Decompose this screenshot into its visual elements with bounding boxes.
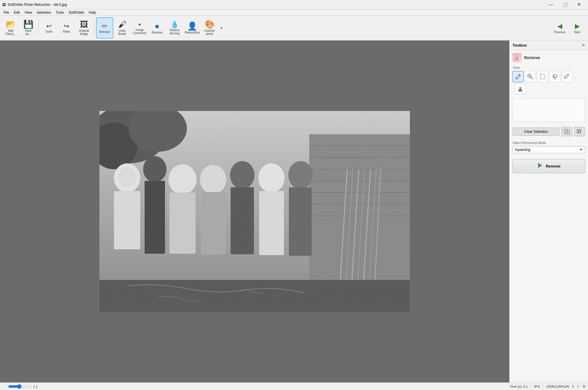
- redo-label: Redo: [63, 30, 70, 33]
- svg-rect-35: [99, 111, 410, 312]
- status-separator-2: [543, 384, 543, 389]
- toolbar-separator-2: [94, 19, 94, 37]
- svg-rect-50: [577, 129, 580, 133]
- dimensions-label: (2030x1358x24): [546, 385, 569, 388]
- undo-button[interactable]: ↩ Undo: [41, 17, 57, 38]
- colorize-photo-button[interactable]: 🎨 Colorize photo: [201, 17, 218, 38]
- clear-selection-area: Clear Selection: [510, 124, 588, 139]
- paint-preview-area: [512, 98, 585, 122]
- title-bar-left: 🖼 SoftOrbits Photo Retoucher - old-0.jpg: [2, 3, 67, 7]
- undo-brush-icon: 🖌: [118, 20, 126, 29]
- lasso-icon: [552, 73, 558, 80]
- remove-button[interactable]: ✏ Remove: [96, 17, 113, 38]
- remove-brush-icon: [514, 55, 520, 61]
- toolbar: 📂 Add File(s)... 💾 Save as... ↩ Undo ↪ R…: [0, 16, 588, 40]
- remove-section-header: Remove: [510, 50, 588, 64]
- reduce-blurring-button[interactable]: 💧 Reduce blurring: [166, 17, 183, 38]
- wrench-tool-button[interactable]: [561, 71, 573, 82]
- pencil-tool-button[interactable]: [512, 71, 524, 82]
- remove-action-button[interactable]: Remove: [512, 159, 585, 173]
- contract-selection-icon: [577, 129, 582, 134]
- redo-button[interactable]: ↪ Redo: [58, 17, 75, 38]
- lasso-tool-button[interactable]: [549, 71, 560, 82]
- selection-contract-button[interactable]: [574, 127, 585, 136]
- menu-help[interactable]: Help: [87, 10, 99, 15]
- remove-section-label: Remove: [524, 55, 540, 60]
- colorize-photo-icon: 🎨: [205, 20, 215, 29]
- save-as-label: Save as...: [25, 29, 32, 36]
- menu-view[interactable]: View: [22, 10, 34, 15]
- image-correction-label: Image Correction: [133, 28, 146, 35]
- magic-wand-tool-button[interactable]: [525, 71, 536, 82]
- remove-action-label: Remove: [546, 164, 561, 168]
- inpainting-mode-select[interactable]: Inpainting Content-Aware Fill Texture Sy…: [512, 146, 585, 153]
- svg-line-44: [565, 77, 565, 78]
- status-left: 📄 1:1: [2, 384, 507, 389]
- original-image-button[interactable]: 🖼 Original Image: [76, 17, 92, 38]
- share-icon[interactable]: ⇧: [577, 384, 580, 389]
- svg-rect-43: [540, 74, 545, 79]
- rect-select-tool-button[interactable]: [537, 71, 548, 82]
- menu-file[interactable]: File: [1, 10, 11, 15]
- more-options-icon: ▼: [220, 27, 223, 30]
- magic-wand-icon: [527, 73, 533, 80]
- app-icon: 🖼: [2, 3, 6, 7]
- svg-rect-38: [516, 58, 518, 58]
- selection-expand-button[interactable]: [561, 127, 572, 136]
- toolbox-panel: Toolbox ✕ Remove Tools: [509, 40, 588, 382]
- more-options-button[interactable]: ▼: [219, 17, 224, 38]
- add-files-button[interactable]: 📂 Add File(s)...: [2, 17, 19, 38]
- expand-selection-icon: [564, 129, 570, 134]
- svg-marker-52: [538, 163, 542, 168]
- remove-play-icon: [537, 162, 543, 170]
- status-page-icon: 📄: [2, 384, 6, 388]
- image-correction-icon: ▪: [138, 21, 141, 28]
- next-label: Next: [574, 31, 580, 34]
- settings-icon[interactable]: ⚙: [582, 384, 586, 389]
- main-content: Toolbox ✕ Remove Tools: [0, 40, 588, 382]
- tools-section-label: Tools: [512, 66, 585, 69]
- remove-action-area: Remove: [510, 155, 588, 177]
- original-image-icon: 🖼: [80, 20, 88, 29]
- menu-softorbits[interactable]: SoftOrbits: [66, 10, 86, 15]
- nav-buttons: ◀ Previous ▶ Next: [551, 17, 586, 38]
- menu-selection[interactable]: Selection: [34, 10, 53, 15]
- wrench-icon: [564, 73, 570, 80]
- canvas-area[interactable]: [0, 40, 509, 382]
- previous-arrow-icon: ◀: [557, 22, 562, 30]
- tools-section: Tools: [510, 64, 588, 96]
- window-title: SoftOrbits Photo Retoucher - old-0.jpg: [8, 3, 67, 7]
- svg-rect-37: [517, 55, 518, 59]
- maximize-button[interactable]: ⬜: [558, 0, 572, 9]
- svg-rect-51: [578, 130, 580, 133]
- menu-edit[interactable]: Edit: [11, 10, 22, 15]
- minimize-button[interactable]: —: [544, 0, 558, 9]
- menu-tools[interactable]: Tools: [53, 10, 66, 15]
- pencil-tool-icon: [515, 73, 521, 80]
- save-as-button[interactable]: 💾 Save as...: [20, 17, 37, 38]
- denoise-button[interactable]: ● Denoise: [149, 17, 166, 38]
- original-image-label: Original Image: [79, 29, 89, 36]
- clear-selection-button[interactable]: Clear Selection: [512, 128, 559, 136]
- previous-button[interactable]: ◀ Previous: [551, 17, 568, 38]
- svg-line-41: [531, 77, 533, 80]
- close-button[interactable]: ✕: [572, 0, 586, 9]
- zoom-slider[interactable]: [8, 384, 31, 389]
- svg-rect-46: [519, 87, 521, 89]
- undo-brush-button[interactable]: 🖌 Undo Brush: [114, 17, 131, 38]
- undo-icon: ↩: [46, 23, 52, 29]
- object-removing-section: Object Removing Mode Inpainting Content-…: [510, 139, 588, 155]
- svg-point-42: [529, 75, 530, 77]
- photo-canvas: [99, 111, 410, 312]
- next-button[interactable]: ▶ Next: [569, 17, 586, 38]
- tools-grid: [512, 71, 585, 94]
- save-as-icon: 💾: [23, 20, 34, 29]
- stamp-tool-button[interactable]: [515, 83, 526, 94]
- image-correction-button[interactable]: ▪ Image Correction: [131, 17, 148, 38]
- retouching-button[interactable]: 👤 Retouching: [184, 17, 201, 38]
- toolbox-close-button[interactable]: ✕: [582, 43, 585, 47]
- info-icon: ℹ: [572, 384, 574, 389]
- title-bar-controls: — ⬜ ✕: [544, 0, 586, 9]
- object-removing-label: Object Removing Mode: [512, 141, 585, 144]
- previous-label: Previous: [554, 31, 566, 34]
